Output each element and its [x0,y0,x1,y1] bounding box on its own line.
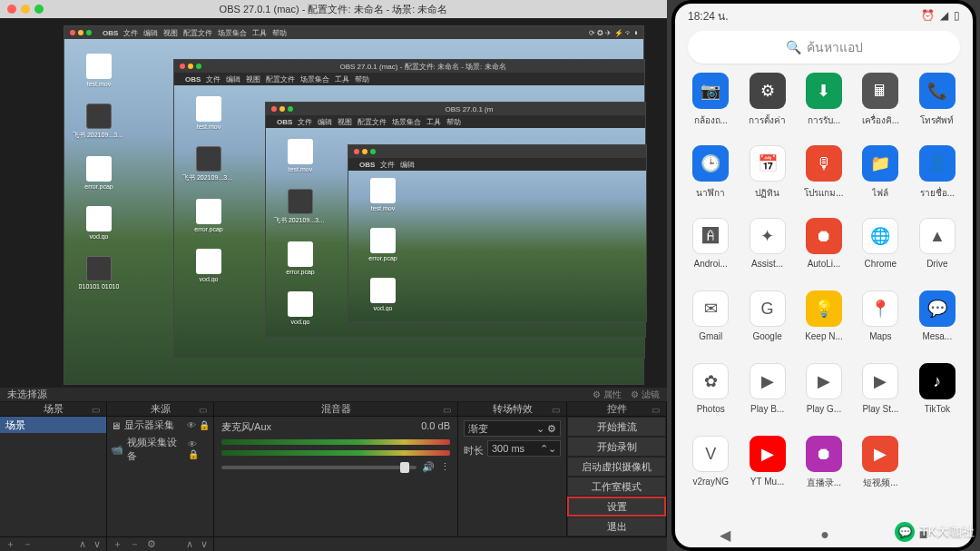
traffic-lights[interactable] [7,5,44,14]
app-Maps[interactable]: 📍Maps [852,290,908,361]
app-直播录...[interactable]: ⏺直播录... [796,436,852,507]
app-label: Photos [697,404,725,414]
preview-canvas[interactable]: OBS 文件编辑视图 配置文件场景集合工具帮助 ⟳ ✪ ✈ ⚡ ᯤ ▮ test… [0,18,667,388]
app-search[interactable]: 🔍 ค้นหาแอป [688,31,960,64]
source-item[interactable]: 🖥 显示器采集👁 🔒 [107,417,213,434]
app-นาฬิกา[interactable]: 🕒นาฬิกา [682,145,739,216]
visibility-toggle[interactable]: 👁 🔒 [188,439,210,459]
popout-icon[interactable]: ▭ [92,405,103,416]
app-โปรแกม...[interactable]: 🎙โปรแกม... [796,145,852,216]
app-โทรศัพท์[interactable]: 📞โทรศัพท์ [909,73,965,143]
popout-icon[interactable]: ▭ [199,405,210,416]
source-settings-btn[interactable]: ⚙ [147,538,156,550]
popout-icon[interactable]: ▭ [652,405,662,416]
app-YT Mu...[interactable]: ▶YT Mu... [739,436,795,507]
app-Play B...[interactable]: ▶Play B... [739,363,795,434]
control-开始录制[interactable]: 开始录制 [567,437,666,457]
app-Assist...[interactable]: ✦Assist... [739,218,795,289]
app-icon: V [692,436,729,472]
nav-back[interactable]: ◀ [720,526,730,544]
obs-window: OBS 27.0.1 (mac) - 配置文件: 未命名 - 场景: 未命名 O… [0,0,667,551]
app-label: การตั้งค่า [749,113,786,127]
app-label: Gmail [699,331,722,341]
mixer-settings-icon[interactable]: ⋮ [440,461,450,473]
app-Photos[interactable]: ✿Photos [682,363,739,434]
app-เครื่องคิ...[interactable]: 🖩เครื่องคิ... [852,73,908,143]
app-label: กล้องถ... [694,113,728,127]
add-scene-btn[interactable]: ＋ [5,537,15,551]
filters-btn[interactable]: ⚙ 滤镜 [631,389,660,401]
source-up-btn[interactable]: ∧ [186,538,193,550]
app-ไฟล์[interactable]: 📁ไฟล์ [852,145,908,216]
visibility-toggle[interactable]: 👁 🔒 [187,420,210,430]
control-开始推流[interactable]: 开始推流 [567,417,666,437]
scene-up-btn[interactable]: ∧ [79,538,86,550]
app-Play G...[interactable]: ▶Play G... [796,363,852,434]
app-Androi...[interactable]: 🅰Androi... [682,218,739,289]
app-icon: ♪ [919,363,956,399]
scene-item[interactable]: 场景 [0,417,106,433]
app-icon: G [750,290,786,327]
app-Play St...[interactable]: ▶Play St... [852,363,908,434]
app-Drive[interactable]: ▲Drive [909,218,965,289]
app-รายชื่อ...[interactable]: 👤รายชื่อ... [909,145,965,216]
app-icon: ▶ [862,363,898,399]
add-source-btn[interactable]: ＋ [113,537,122,551]
app-ปฏิทิน[interactable]: 📅ปฏิทิน [739,145,795,216]
control-工作室模式[interactable]: 工作室模式 [567,477,666,497]
capture-level-0: OBS 文件编辑视图 配置文件场景集合工具帮助 ⟳ ✪ ✈ ⚡ ᯤ ▮ test… [64,25,644,385]
nav-home[interactable]: ● [820,526,829,543]
app-Keep N...[interactable]: 💡Keep N... [796,290,852,361]
popout-icon[interactable]: ▭ [552,405,563,416]
status-bar: 18:24 น. ⏰ ◢ ▯ [675,4,973,27]
app-短视频...[interactable]: ▶短视频... [852,436,908,507]
obs-titlebar: OBS 27.0.1 (mac) - 配置文件: 未命名 - 场景: 未命名 [0,0,667,18]
panel-head-controls: 控件▭ [567,402,667,416]
scenes-list[interactable]: 场景 [0,417,107,536]
app-icon: 🕒 [692,145,729,182]
app-icon: ⚙ [750,73,786,109]
source-down-btn[interactable]: ∨ [201,538,208,550]
app-TikTok[interactable]: ♪TikTok [909,363,965,434]
panel-head-sources: 来源▭ [107,402,214,416]
app-Gmail[interactable]: ✉Gmail [682,290,739,361]
panel-footer: ＋－∧∨ ＋－⚙∧∨ [0,536,667,551]
app-grid[interactable]: 📷กล้องถ...⚙การตั้งค่า⬇การรับ...🖩เครื่องค… [675,73,973,522]
app-label: 短视频... [863,477,897,489]
app-การตั้งค่า[interactable]: ⚙การตั้งค่า [739,73,795,143]
app-icon: 🖩 [862,73,898,109]
duration-input[interactable]: 300 ms⌃⌄ [487,440,561,457]
app-icon: 📍 [862,290,898,327]
app-Google[interactable]: GGoogle [739,290,795,361]
popout-icon[interactable]: ▭ [443,405,454,416]
signal-icon: ◢ [940,9,948,22]
capture-level-3: OBS文件编辑 test.mov error.pcap vod.go [348,144,647,322]
app-label: YT Mu... [750,477,785,487]
app-Mesa...[interactable]: 💬Mesa... [909,290,965,361]
app-AutoLi...[interactable]: ⏺AutoLi... [796,218,852,289]
control-设置[interactable]: 设置 [567,497,666,517]
remove-scene-btn[interactable]: － [23,537,33,551]
audio-mixer: 麦克风/Aux0.0 dB 🔊 ⋮ [214,417,458,536]
app-label: Maps [869,331,891,341]
sources-list[interactable]: 🖥 显示器采集👁 🔒 📹 视频采集设备👁 🔒 [107,417,214,536]
volume-slider[interactable] [221,466,416,469]
capture-level-1: OBS 27.0.1 (mac) - 配置文件: 未命名 - 场景: 未命名 O… [173,59,645,359]
transition-select[interactable]: 渐变⌄ ⚙ [464,420,561,437]
app-v2rayNG[interactable]: Vv2rayNG [682,436,739,507]
control-退出[interactable]: 退出 [567,517,666,536]
no-source-bar: 未选择源 ⚙ 属性⚙ 滤镜 [0,388,667,402]
app-icon: 💡 [806,290,842,327]
app-label: Keep N... [805,331,843,341]
speaker-icon[interactable]: 🔊 [422,461,435,473]
search-placeholder: ค้นหาแอป [807,37,863,57]
app-การรับ...[interactable]: ⬇การรับ... [796,73,852,143]
mixer-db: 0.0 dB [421,420,450,434]
remove-source-btn[interactable]: － [130,537,140,551]
app-Chrome[interactable]: 🌐Chrome [852,218,908,289]
properties-btn[interactable]: ⚙ 属性 [593,389,622,401]
source-item[interactable]: 📹 视频采集设备👁 🔒 [107,434,213,465]
control-启动虚拟摄像机[interactable]: 启动虚拟摄像机 [567,457,666,477]
scene-down-btn[interactable]: ∨ [93,538,101,550]
app-กล้องถ...[interactable]: 📷กล้องถ... [682,73,739,143]
